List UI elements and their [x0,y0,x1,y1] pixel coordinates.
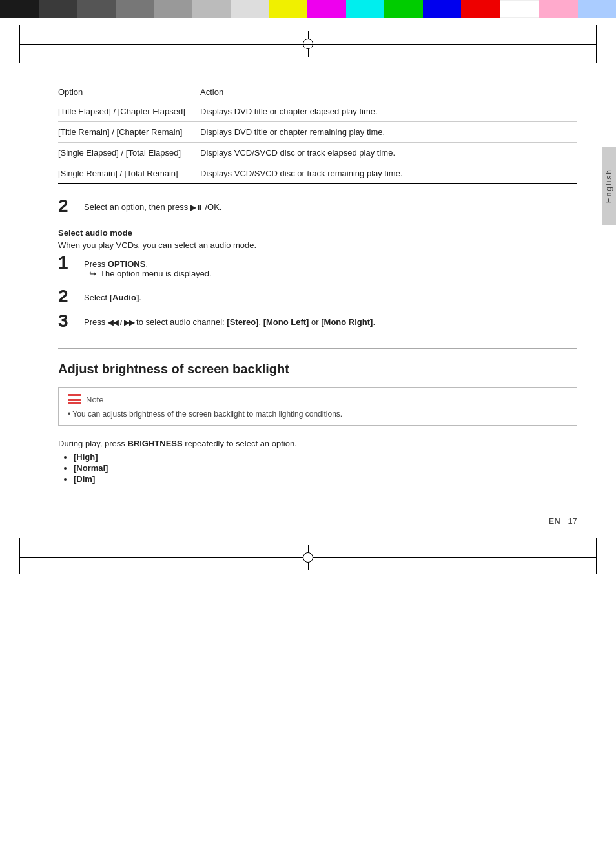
crosshair-bottom-circle [303,552,313,563]
options-button-label: OPTIONS [108,259,146,269]
note-icon-line3 [68,402,81,404]
color-segment [307,0,346,18]
registration-area-bottom [0,528,616,574]
stereo-label: [Stereo] [227,317,258,327]
audio-step-1-action: Press [84,259,105,269]
table-cell-action: Displays DVD title or chapter remaining … [200,122,577,143]
table-cell-option: [Title Elapsed] / [Chapter Elapsed] [58,101,200,122]
mono-right-label: [Mono Right] [321,317,373,327]
audio-step-3-num: 3 [58,312,84,330]
audio-step-2-num: 2 [58,287,84,306]
audio-step-2: 2 Select [Audio]. [58,290,577,306]
table-cell-action: Displays VCD/SVCD disc or track remainin… [200,163,577,184]
audio-step-1-result: ↪ The option menu is displayed. [89,269,577,278]
list-item: [Dim] [74,474,577,484]
color-segment [77,0,116,18]
crosshair-top [295,31,321,57]
note-text: • You can adjusts brightness of the scre… [68,410,568,419]
brightness-option-label: [High] [74,452,98,462]
language-label: EN [548,516,560,526]
table-row: [Single Remain] / [Total Remain]Displays… [58,163,577,184]
side-tab-label: English [604,169,613,203]
step-2-ok: /OK. [205,202,221,212]
table-cell-option: [Single Remain] / [Total Remain] [58,163,200,184]
color-bar [0,0,616,18]
color-segment [231,0,269,18]
play-pause-icon: ▶⏸ [190,203,203,211]
step-2-content: Select an option, then press ▶⏸ /OK. [84,200,577,212]
audio-step-3-or: or [311,317,319,327]
brightness-options-list: [High][Normal][Dim] [74,452,577,484]
color-segment [39,0,77,18]
audio-step-2-action: Select [84,293,107,302]
audio-option-label: [Audio] [110,293,139,302]
page-number: 17 [568,516,577,526]
reg-line-vertical-right [596,25,597,63]
audio-step-2-content: Select [Audio]. [84,290,577,302]
during-play-suffix: repeatedly to select an option. [185,439,296,448]
arrow-right-icon: ↪ [89,269,96,278]
color-segment [539,0,578,18]
reg-line-bottom-left [19,538,20,574]
audio-step-3-pre: Press [84,317,105,327]
brightness-button-label: BRIGHTNESS [127,439,182,448]
reg-line-bottom-right [596,538,597,574]
table-cell-option: [Single Elapsed] / [Total Elapsed] [58,143,200,163]
audio-step-1-num: 1 [58,254,84,272]
note-box: Note • You can adjusts brightness of the… [58,387,577,426]
registration-area-top [0,18,616,70]
side-tab: English [602,147,616,225]
prev-next-icons: ◀◀ / ▶▶ [108,318,136,326]
color-segment [384,0,423,18]
list-item: [Normal] [74,463,577,473]
color-segment [500,0,540,18]
color-segment [192,0,231,18]
color-segment [461,0,500,18]
crosshair-bottom [295,545,321,570]
color-segment [269,0,308,18]
main-content: English Option Action [Title Elapsed] / … [0,70,616,511]
note-icon-line2 [68,399,81,401]
brightness-option-label: [Normal] [74,463,108,473]
audio-step-3-content: Press ◀◀ / ▶▶ to select audio channel: [… [84,315,577,327]
crosshair-circle [303,39,313,49]
table-cell-option: [Title Remain] / [Chapter Remain] [58,122,200,143]
table-header-option: Option [58,83,200,101]
options-table: Option Action [Title Elapsed] / [Chapter… [58,83,577,184]
brightness-option-label: [Dim] [74,474,95,484]
note-label: Note [86,395,103,404]
color-segment [0,0,39,18]
page-footer: EN 17 [0,511,616,528]
table-row: [Title Elapsed] / [Chapter Elapsed]Displ… [58,101,577,122]
audio-step-3-mid: to select audio channel: [136,317,225,327]
table-row: [Single Elapsed] / [Total Elapsed]Displa… [58,143,577,163]
color-segment [423,0,462,18]
list-item: [High] [74,452,577,462]
color-segment [116,0,154,18]
mono-left-label: [Mono Left] [263,317,309,327]
adjust-brightness-title: Adjust brightness of screen backlight [58,362,577,377]
note-icon [68,394,81,404]
select-audio-mode-intro: When you play VCDs, you can select an au… [58,240,577,250]
table-cell-action: Displays VCD/SVCD disc or track elapsed … [200,143,577,163]
audio-step-1-content: Press OPTIONS. ↪ The option menu is disp… [84,256,577,281]
reg-line-vertical-left [19,25,20,63]
section-divider [58,348,577,349]
table-cell-action: Displays DVD title or chapter elapsed pl… [200,101,577,122]
step-2-text: Select an option, then press [84,202,188,212]
table-row: [Title Remain] / [Chapter Remain]Display… [58,122,577,143]
select-audio-mode-heading: Select audio mode [58,228,577,238]
note-header: Note [68,394,568,404]
audio-step-3: 3 Press ◀◀ / ▶▶ to select audio channel:… [58,315,577,330]
audio-step-1: 1 Press OPTIONS. ↪ The option menu is di… [58,256,577,281]
during-play-text: During play, press BRIGHTNESS repeatedly… [58,439,577,448]
step-2-select: 2 Select an option, then press ▶⏸ /OK. [58,200,577,215]
audio-step-1-result-text: The option menu is displayed. [100,269,212,278]
color-segment [154,0,192,18]
table-header-action: Action [200,83,577,101]
color-segment [346,0,385,18]
note-icon-line1 [68,394,81,396]
during-play-prefix: During play, press [58,439,125,448]
step-number-2: 2 [58,197,84,215]
color-segment [578,0,617,18]
